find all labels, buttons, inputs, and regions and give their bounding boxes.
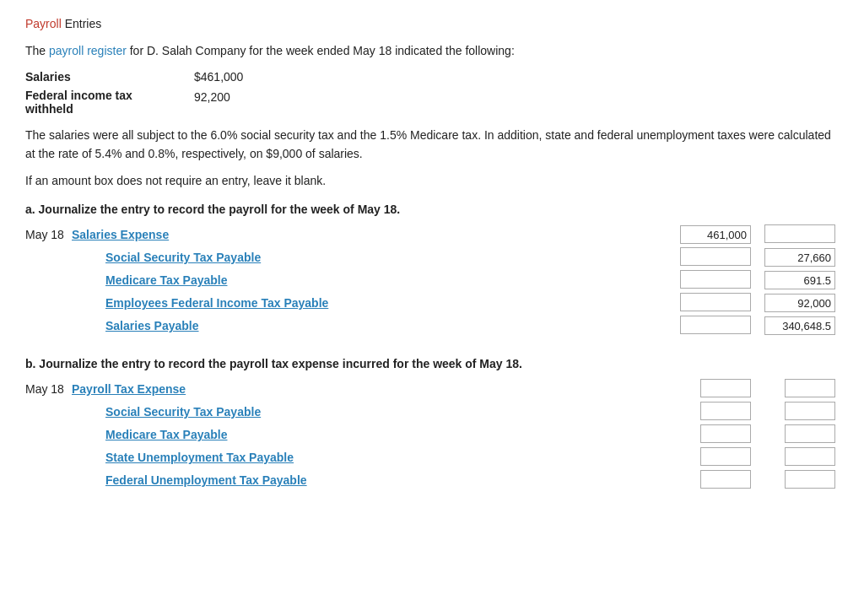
debit-b-ss	[678, 402, 754, 423]
credit-input-payroll-tax[interactable]	[785, 379, 835, 397]
debit-input-b-state-unempl[interactable]	[700, 447, 751, 466]
date-col-b: May 18	[25, 382, 72, 396]
journal-row-salaries-payable: Salaries Payable 340,648.5	[25, 316, 839, 337]
credit-input-salaries-payable[interactable]: 340,648.5	[764, 316, 835, 335]
credit-input-b-medicare[interactable]	[785, 424, 835, 443]
credit-payroll-tax	[763, 379, 839, 400]
debit-salaries-payable	[678, 316, 754, 337]
debit-b-state-unempl	[678, 447, 754, 468]
journal-b-row-medicare: Medicare Tax Payable	[25, 424, 839, 446]
debit-b-fed-unempl	[678, 470, 754, 491]
journal-row-medicare: Medicare Tax Payable 691.5	[25, 270, 839, 291]
credit-input-federal-income[interactable]: 92,000	[764, 294, 835, 312]
section-a-journal: May 18 Salaries Expense 461,000 Social S…	[25, 224, 839, 337]
section-a-label: a. Journalize the entry to record the pa…	[25, 203, 839, 216]
debit-salaries-expense: 461,000	[678, 225, 754, 244]
credit-federal-income: 92,000	[763, 294, 839, 312]
credit-input-b-ss[interactable]	[785, 402, 835, 420]
federal-label: Federal income taxwithheld	[25, 89, 194, 116]
debit-input-b-fed-unempl[interactable]	[700, 470, 751, 489]
credit-ss-tax: 27,660	[763, 248, 839, 267]
page-title: Payroll Entries	[25, 17, 839, 30]
account-salaries-payable: Salaries Payable	[72, 319, 678, 332]
section-b-label: b. Journalize the entry to record the pa…	[25, 357, 839, 370]
journal-row-ss-tax: Social Security Tax Payable 27,660	[25, 247, 839, 268]
section-a: a. Journalize the entry to record the pa…	[25, 203, 839, 337]
date-col-a: May 18	[25, 228, 72, 241]
debit-federal-income	[678, 293, 754, 314]
journal-row-federal-income: Employees Federal Income Tax Payable 92,…	[25, 293, 839, 314]
debit-input-payroll-tax[interactable]	[700, 379, 751, 397]
credit-b-state-unempl	[763, 447, 839, 468]
salary-table: Salaries $461,000 Federal income taxwith…	[25, 70, 839, 116]
journal-b-row-payroll-tax: May 18 Payroll Tax Expense	[25, 379, 839, 400]
credit-salaries-expense	[763, 224, 839, 246]
salaries-row: Salaries $461,000	[25, 70, 839, 84]
account-medicare: Medicare Tax Payable	[72, 273, 678, 287]
debit-input-salaries-expense[interactable]: 461,000	[680, 225, 751, 244]
credit-b-medicare	[763, 424, 839, 446]
debit-input-federal-income[interactable]	[680, 293, 751, 311]
credit-b-fed-unempl	[763, 470, 839, 491]
instruction-text: If an amount box does not require an ent…	[25, 174, 839, 187]
credit-input-medicare[interactable]: 691.5	[764, 271, 835, 289]
federal-row: Federal income taxwithheld 92,200	[25, 89, 839, 116]
account-salaries-expense: Salaries Expense	[72, 228, 678, 241]
account-b-ss: Social Security Tax Payable	[72, 405, 678, 419]
journal-b-row-ss: Social Security Tax Payable	[25, 402, 839, 423]
account-payroll-tax: Payroll Tax Expense	[72, 382, 678, 396]
account-b-medicare: Medicare Tax Payable	[72, 428, 678, 441]
salaries-label: Salaries	[25, 70, 194, 84]
debit-input-b-medicare[interactable]	[700, 424, 751, 443]
journal-b-row-fed-unempl: Federal Unemployment Tax Payable	[25, 470, 839, 491]
debit-input-b-ss[interactable]	[700, 402, 751, 420]
section-b: b. Journalize the entry to record the pa…	[25, 357, 839, 491]
account-ss-tax: Social Security Tax Payable	[72, 251, 678, 264]
journal-b-row-state-unempl: State Unemployment Tax Payable	[25, 447, 839, 468]
payroll-register-link[interactable]: payroll register	[49, 44, 127, 57]
debit-input-ss-tax[interactable]	[680, 247, 751, 266]
journal-row-salaries-expense: May 18 Salaries Expense 461,000	[25, 224, 839, 246]
credit-input-salaries-expense[interactable]	[764, 224, 835, 243]
debit-input-salaries-payable[interactable]	[680, 316, 751, 334]
account-b-fed-unempl: Federal Unemployment Tax Payable	[72, 473, 678, 487]
credit-salaries-payable: 340,648.5	[763, 316, 839, 335]
debit-ss-tax	[678, 247, 754, 268]
description-text: The salaries were all subject to the 6.0…	[25, 126, 839, 164]
title-highlight: Payroll	[25, 17, 62, 30]
credit-input-b-fed-unempl[interactable]	[785, 470, 835, 489]
debit-payroll-tax	[678, 379, 754, 400]
federal-value: 92,200	[194, 89, 230, 104]
credit-input-b-state-unempl[interactable]	[785, 447, 835, 466]
debit-medicare	[678, 270, 754, 291]
section-b-journal: May 18 Payroll Tax Expense Social Securi…	[25, 379, 839, 491]
debit-b-medicare	[678, 424, 754, 446]
salaries-value: $461,000	[194, 70, 243, 84]
credit-medicare: 691.5	[763, 271, 839, 289]
credit-input-ss-tax[interactable]: 27,660	[764, 248, 835, 267]
account-b-state-unempl: State Unemployment Tax Payable	[72, 451, 678, 464]
credit-b-ss	[763, 402, 839, 423]
debit-input-medicare[interactable]	[680, 270, 751, 289]
account-federal-income: Employees Federal Income Tax Payable	[72, 296, 678, 310]
intro-paragraph: The payroll register for D. Salah Compan…	[25, 42, 839, 60]
